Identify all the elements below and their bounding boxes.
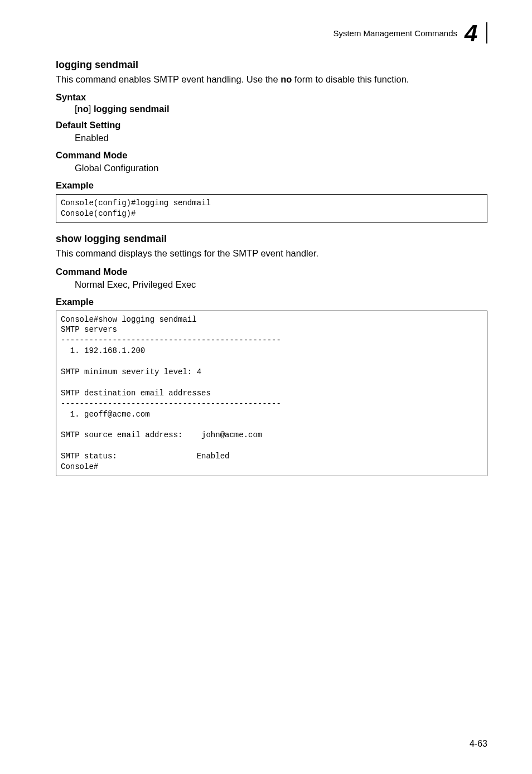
page-number: 4-63 (470, 739, 487, 749)
svg-text:4: 4 (464, 22, 477, 43)
command-mode-value-2: Normal Exec, Privileged Exec (75, 278, 487, 291)
section2-description: This command displays the settings for t… (56, 247, 487, 259)
default-setting-value: Enabled (75, 132, 487, 144)
example-code-2: Console#show logging sendmail SMTP serve… (56, 311, 487, 476)
bracket-close: ] (89, 104, 94, 114)
desc-text-cont: form to disable this function. (292, 74, 409, 84)
example-label-2: Example (56, 297, 487, 307)
example-label-1: Example (56, 180, 487, 191)
command-mode-value-1: Global Configuration (75, 162, 487, 175)
section-heading-logging-sendmail: logging sendmail (56, 59, 487, 71)
page-header: System Management Commands 4 (56, 22, 487, 43)
desc-text: This command enables SMTP event handling… (56, 74, 280, 84)
syntax-command: logging sendmail (94, 104, 170, 114)
syntax-no: no (78, 104, 89, 114)
chapter-title: System Management Commands (333, 28, 457, 38)
desc-bold-no: no (280, 74, 292, 84)
chapter-number-icon: 4 (463, 22, 487, 43)
section1-description: This command enables SMTP event handling… (56, 73, 487, 85)
command-mode-label-1: Command Mode (56, 150, 487, 161)
section-heading-show-logging-sendmail: show logging sendmail (56, 233, 487, 245)
example-code-1: Console(config)#logging sendmail Console… (56, 194, 487, 223)
default-setting-label: Default Setting (56, 120, 487, 130)
syntax-content: [no] logging sendmail (75, 104, 487, 114)
syntax-label: Syntax (56, 92, 487, 103)
command-mode-label-2: Command Mode (56, 267, 487, 277)
